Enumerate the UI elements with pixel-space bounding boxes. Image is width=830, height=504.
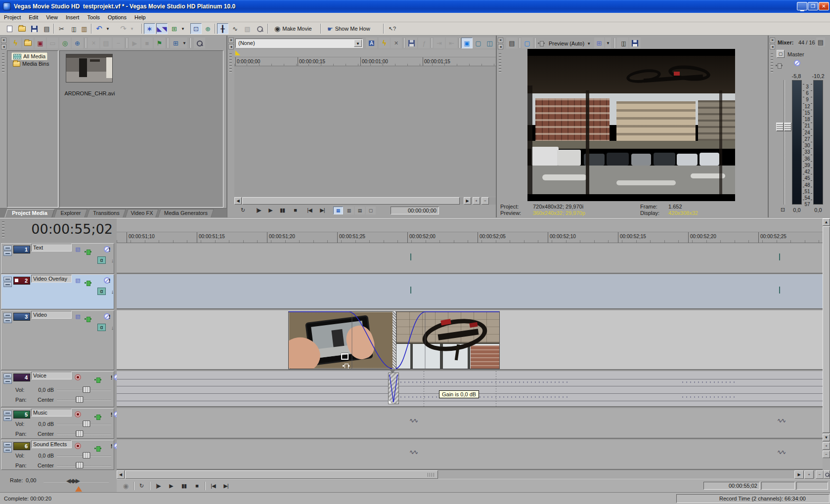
track-row-text[interactable] bbox=[117, 243, 823, 274]
project-properties-button[interactable]: ▤ bbox=[41, 23, 52, 34]
trimmer-play-from-start-button[interactable]: |▶ bbox=[253, 206, 264, 214]
tiny-waveform-icon[interactable]: ∿∿ bbox=[777, 449, 785, 456]
mixer-close-icon[interactable]: ✕ bbox=[770, 38, 775, 43]
preview-mode-dropdown[interactable]: Preview (Auto) ▼ bbox=[549, 39, 591, 48]
timeline-grip[interactable] bbox=[2, 221, 4, 239]
preview-video-area[interactable] bbox=[527, 49, 735, 201]
maximize-button[interactable]: ❐ bbox=[808, 2, 818, 10]
timeline-ruler[interactable]: 00:00:51;10 00:00:51;15 00:00:51;20 00:0… bbox=[117, 232, 823, 243]
grid-dropdown[interactable]: ▼ bbox=[605, 38, 611, 48]
trimmer-go-end-button[interactable]: ▶| bbox=[317, 206, 327, 214]
trimmer-marker-bar[interactable] bbox=[234, 49, 496, 57]
scroll-down-icon[interactable]: ▼ bbox=[823, 434, 830, 441]
meter-left[interactable] bbox=[792, 80, 802, 205]
selection-start-field[interactable] bbox=[761, 482, 795, 490]
hzoom-out-icon[interactable]: − bbox=[816, 470, 824, 479]
track-header-music[interactable]: 5 Music ! Vol: 0,0 dB Pan: Center bbox=[1, 408, 114, 439]
record-arm-icon[interactable] bbox=[75, 411, 81, 418]
menu-project[interactable]: Project bbox=[0, 13, 25, 21]
audio-event-voice[interactable] bbox=[388, 373, 399, 404]
track-row-video-overlay[interactable] bbox=[117, 274, 823, 309]
scroll-left-icon[interactable]: ◀ bbox=[117, 470, 125, 479]
preview-undock-icon[interactable]: ◂ bbox=[498, 44, 503, 49]
scroll-right-icon[interactable]: ▶ bbox=[464, 197, 471, 205]
external-monitor-button[interactable]: ▢ bbox=[522, 38, 533, 48]
track-name-field[interactable]: Video bbox=[31, 311, 72, 319]
trimmer-fx-button[interactable]: ϟ bbox=[379, 38, 390, 48]
open-media-button[interactable] bbox=[22, 38, 34, 48]
track-minimize-icon[interactable] bbox=[3, 313, 12, 318]
trimmer-grip[interactable] bbox=[229, 53, 232, 73]
solo-icon[interactable]: ! bbox=[107, 442, 116, 450]
solo-icon[interactable]: ! bbox=[107, 411, 116, 418]
timeline-marker-bar[interactable] bbox=[117, 218, 823, 232]
save-button[interactable] bbox=[29, 23, 40, 34]
undo-button[interactable]: ↶ bbox=[93, 23, 105, 34]
views-dropdown[interactable]: ▼ bbox=[181, 38, 187, 48]
stop-button[interactable]: ■ bbox=[192, 481, 202, 490]
views-button[interactable]: ⊞ bbox=[170, 38, 181, 48]
event-pan-crop-icon[interactable] bbox=[343, 364, 349, 368]
insert-generated-media-button[interactable]: A bbox=[366, 38, 377, 48]
media-panel-undock-icon[interactable]: ◂ bbox=[1, 44, 6, 49]
tab-video-fx[interactable]: Video FX bbox=[127, 209, 157, 217]
tiny-waveform-icon[interactable]: ∿∿ bbox=[777, 417, 785, 424]
enable-snapping-button[interactable]: ∗ bbox=[144, 23, 155, 34]
close-button[interactable]: ✕ bbox=[819, 2, 829, 10]
mark-out-button[interactable]: ⇤ bbox=[446, 38, 457, 48]
track-fx-icon[interactable] bbox=[94, 415, 101, 419]
preview-close-icon[interactable]: ✕ bbox=[498, 38, 503, 43]
track-minimize-icon[interactable] bbox=[3, 442, 12, 447]
menu-tools[interactable]: Tools bbox=[83, 13, 104, 21]
mixer-properties-button[interactable]: ▤ bbox=[816, 38, 825, 46]
solo-icon[interactable]: ! bbox=[105, 313, 114, 320]
scroll-up-icon[interactable]: ▲ bbox=[823, 218, 830, 226]
keyframes-dropdown[interactable]: ▼ bbox=[180, 23, 186, 34]
track-maximize-icon[interactable] bbox=[3, 251, 12, 256]
selection-edit-tool-button[interactable]: ▧ bbox=[242, 23, 253, 34]
track-motion-icon[interactable]: ▧ bbox=[74, 313, 82, 320]
pan-slider[interactable] bbox=[57, 465, 111, 466]
zoom-out-icon[interactable]: − bbox=[481, 197, 489, 205]
vscroll-thumb[interactable] bbox=[823, 226, 830, 433]
master-mute-icon[interactable] bbox=[794, 60, 800, 66]
menu-insert[interactable]: Insert bbox=[62, 13, 84, 21]
go-to-start-button[interactable]: |◀ bbox=[208, 481, 218, 490]
track-fx-icon[interactable] bbox=[85, 250, 91, 254]
auto-preview-button[interactable]: ⚑ bbox=[154, 38, 165, 48]
minimize-button[interactable]: ▁ bbox=[797, 2, 807, 10]
trimmer-marker-icon[interactable] bbox=[235, 50, 240, 55]
play-button[interactable]: ▶ bbox=[166, 481, 176, 490]
track-maximize-icon[interactable] bbox=[3, 379, 12, 384]
pan-slider-handle[interactable] bbox=[76, 396, 84, 403]
menu-help[interactable]: Help bbox=[131, 13, 150, 21]
solo-icon[interactable]: ! bbox=[107, 374, 116, 381]
zoom-edit-tool-button[interactable] bbox=[254, 23, 265, 34]
track-name-field[interactable]: Sound Effects bbox=[31, 440, 72, 448]
track-maximize-icon[interactable] bbox=[3, 318, 12, 323]
lock-icon[interactable]: ⊡ bbox=[781, 207, 785, 213]
combo-dropdown-icon[interactable]: ▼ bbox=[354, 40, 362, 47]
track-row-sound-effects[interactable]: ∿∿ ∿∿ bbox=[117, 440, 823, 470]
tab-project-media[interactable]: Project Media bbox=[6, 209, 53, 217]
make-movie-button[interactable]: ◉ Make Movie bbox=[271, 23, 315, 34]
video-event-tablet[interactable] bbox=[288, 311, 394, 369]
track-maximize-icon[interactable] bbox=[3, 448, 12, 453]
trimmer-go-start-button[interactable]: |◀ bbox=[305, 206, 314, 214]
scroll-left-icon[interactable]: ◀ bbox=[234, 197, 242, 205]
track-name-field[interactable]: Voice bbox=[31, 372, 72, 379]
vzoom-out-icon[interactable]: − bbox=[823, 451, 830, 458]
trimmer-pause-button[interactable]: ▮▮ bbox=[278, 206, 287, 214]
vol-slider-handle[interactable] bbox=[83, 420, 90, 427]
menu-options[interactable]: Options bbox=[104, 13, 131, 21]
envelope-edit-tool-button[interactable]: ∿ bbox=[229, 23, 241, 34]
track-header-video-overlay[interactable]: 2 Video Overlay ▧ ! α ↓ bbox=[1, 274, 114, 309]
vol-slider-handle[interactable] bbox=[83, 452, 90, 459]
new-project-button[interactable] bbox=[4, 23, 15, 34]
trimmer-loop-button[interactable]: ↻ bbox=[238, 206, 247, 214]
video-event-drone[interactable] bbox=[396, 311, 500, 369]
tiny-event-icon[interactable] bbox=[410, 287, 411, 294]
redo-button[interactable]: ↷ bbox=[118, 23, 129, 34]
start-preview-button[interactable]: ▶ bbox=[129, 38, 140, 48]
record-arm-icon[interactable] bbox=[75, 374, 81, 380]
